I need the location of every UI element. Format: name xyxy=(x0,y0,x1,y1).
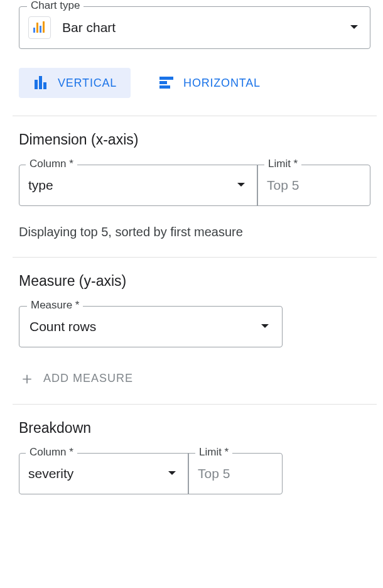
svg-rect-8 xyxy=(159,81,167,84)
svg-rect-4 xyxy=(35,80,38,89)
add-measure-label: ADD MEASURE xyxy=(43,372,133,385)
chart-type-value: Bar chart xyxy=(62,20,347,35)
breakdown-column-value: severity xyxy=(28,466,165,481)
horizontal-bars-icon xyxy=(158,75,175,91)
dimension-heading: Dimension (x-axis) xyxy=(19,131,370,148)
chevron-down-icon xyxy=(347,24,361,31)
orientation-vertical-button[interactable]: VERTICAL xyxy=(19,68,131,98)
dimension-helper-text: Displaying top 5, sorted by first measur… xyxy=(19,225,370,239)
svg-rect-9 xyxy=(159,85,170,89)
breakdown-column-select[interactable]: Column * severity xyxy=(19,454,188,494)
measure-select[interactable]: Measure * Count rows xyxy=(19,306,283,347)
dimension-column-select[interactable]: Column * type xyxy=(19,165,257,205)
svg-rect-3 xyxy=(43,21,45,33)
chart-type-label: Chart type xyxy=(27,0,84,12)
svg-rect-6 xyxy=(43,82,46,89)
orientation-vertical-label: VERTICAL xyxy=(58,77,117,90)
svg-rect-2 xyxy=(40,26,41,33)
breakdown-limit-label: Limit * xyxy=(195,446,232,459)
plus-icon: ＋ xyxy=(19,370,36,386)
divider xyxy=(13,116,377,116)
orientation-horizontal-button[interactable]: HORIZONTAL xyxy=(144,68,274,98)
measure-value: Count rows xyxy=(30,319,258,334)
dimension-row: Column * type Limit * Top 5 xyxy=(19,165,370,206)
chevron-down-icon xyxy=(234,182,248,188)
breakdown-column-label: Column * xyxy=(26,446,77,459)
orientation-horizontal-label: HORIZONTAL xyxy=(183,77,261,90)
measure-heading: Measure (y-axis) xyxy=(19,273,370,290)
dimension-column-value: type xyxy=(28,178,234,193)
chevron-down-icon xyxy=(258,324,272,330)
divider xyxy=(13,257,377,258)
add-measure-button[interactable]: ＋ ADD MEASURE xyxy=(19,370,370,386)
divider xyxy=(13,404,377,405)
breakdown-limit-select[interactable]: Limit * Top 5 xyxy=(188,454,282,494)
chart-type-select[interactable]: Chart type Bar chart xyxy=(19,6,370,49)
breakdown-row: Column * severity Limit * Top 5 xyxy=(19,453,283,494)
chevron-down-icon xyxy=(165,471,179,477)
orientation-toggle: VERTICAL HORIZONTAL xyxy=(19,68,370,98)
breakdown-heading: Breakdown xyxy=(19,420,370,437)
dimension-limit-select[interactable]: Limit * Top 5 xyxy=(257,165,370,205)
dimension-limit-value: Top 5 xyxy=(267,178,299,193)
dimension-limit-label: Limit * xyxy=(264,158,301,170)
measure-label: Measure * xyxy=(27,299,83,312)
bar-chart-icon xyxy=(28,16,51,39)
dimension-column-label: Column * xyxy=(26,158,77,170)
svg-rect-7 xyxy=(159,77,173,80)
svg-rect-0 xyxy=(33,28,35,33)
vertical-bars-icon xyxy=(33,75,49,91)
svg-rect-5 xyxy=(39,76,42,89)
breakdown-limit-value: Top 5 xyxy=(198,466,230,481)
svg-rect-1 xyxy=(36,23,38,33)
